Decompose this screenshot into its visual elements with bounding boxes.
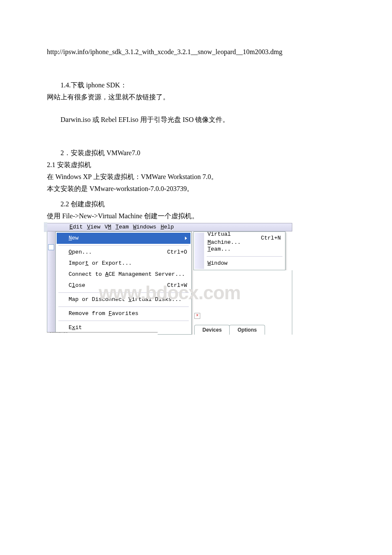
cutoff-strip: Commands xyxy=(47,332,158,335)
section-2-2: 2.2 创建虚拟机 xyxy=(47,199,345,209)
menu-team[interactable]: Team xyxy=(115,223,129,231)
toolbar-strip xyxy=(47,231,55,335)
menu-separator xyxy=(58,321,189,321)
menu-view[interactable]: View xyxy=(87,223,100,231)
menu-edit[interactable]: Edit xyxy=(69,223,83,231)
menu-separator xyxy=(58,245,189,246)
section-1-4: 1.4.下载 iphone SDK： xyxy=(47,80,345,90)
tab-options[interactable]: Options xyxy=(229,325,265,335)
submenu-item-window[interactable]: Window xyxy=(195,258,284,269)
menu-separator xyxy=(207,256,282,257)
shortcut-label: Ctrl+O xyxy=(167,248,187,257)
menu-vm[interactable]: VM xyxy=(104,223,111,231)
tab-devices[interactable]: Devices xyxy=(194,325,230,335)
menu-item-remove-favorites[interactable]: Remove from Favorites xyxy=(57,308,190,319)
menu-item-open[interactable]: Open... Ctrl+O xyxy=(57,247,190,258)
line-2-1-b: 本文安装的是 VMware-workstation-7.0.0-203739。 xyxy=(47,184,345,194)
submenu-item-virtual-machine[interactable]: Virtual Machine... Ctrl+N xyxy=(195,233,284,244)
line-2-1-a: 在 Windows XP 上安装虚拟机：VMWare Workstation 7… xyxy=(47,172,345,182)
submenu-item-team[interactable]: Team... xyxy=(195,244,284,255)
new-submenu: Virtual Machine... Ctrl+N Team... Window xyxy=(193,231,285,270)
submenu-arrow-icon xyxy=(185,237,187,240)
line-1-4-b: Darwin.iso 或 Rebel EFI.iso 用于引导光盘 ISO 镜像… xyxy=(47,115,345,125)
menu-help[interactable]: Help xyxy=(161,223,174,231)
line-1-4-a: 网站上有很多资源，这里就不放链接了。 xyxy=(47,92,345,102)
url-line: http://ipsw.info/iphone_sdk_3.1.2_with_x… xyxy=(47,47,345,57)
section-2: 2．安装虚拟机 VMWare7.0 xyxy=(47,148,345,158)
close-icon[interactable]: × xyxy=(194,313,200,319)
menu-windows[interactable]: Windows xyxy=(133,223,156,231)
toolbar-open-icon[interactable] xyxy=(48,244,54,250)
vmware-screenshot: Edit View VM Team Windows Help New Open.… xyxy=(47,223,292,335)
line-2-2-a: 使用 File->New->Virtual Machine 创建一个虚拟机。 xyxy=(47,211,345,221)
menu-item-import[interactable]: Import or Export... xyxy=(57,258,190,269)
watermark: www.bdocx.com xyxy=(99,279,241,307)
menu-item-new[interactable]: New xyxy=(57,233,190,244)
section-2-1: 2.1 安装虚拟机 xyxy=(47,160,345,170)
shortcut-label: Ctrl+N xyxy=(261,234,281,243)
